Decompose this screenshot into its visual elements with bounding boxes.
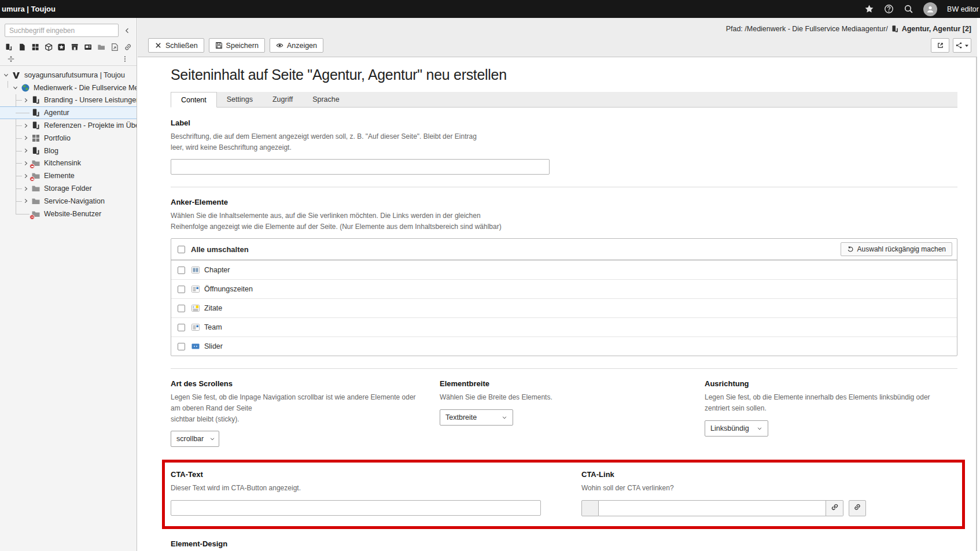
folder-no-access-icon bbox=[31, 209, 40, 219]
tab-bar: Content Settings Zugriff Sprache bbox=[171, 92, 957, 108]
anchor-item-slider: Slider bbox=[171, 336, 957, 356]
tree-item-service-navigation[interactable]: Service-Navigation bbox=[0, 195, 137, 208]
tree-item-elemente[interactable]: Elemente bbox=[0, 169, 137, 182]
field-label-description: Beschriftung, die auf dem Element angeze… bbox=[171, 131, 957, 153]
ce-textpic-icon bbox=[191, 284, 200, 294]
anchor-checkbox[interactable] bbox=[178, 286, 185, 293]
toolbar-file-icon[interactable] bbox=[18, 43, 26, 51]
toolbar-box-icon[interactable] bbox=[45, 43, 53, 51]
chevron-right-icon[interactable] bbox=[22, 172, 30, 180]
tree-item-kitchensink[interactable]: Kitchensink bbox=[0, 157, 137, 170]
bookmark-star-icon[interactable] bbox=[864, 4, 874, 14]
chevron-down-icon bbox=[209, 436, 215, 442]
cta-link-input[interactable] bbox=[599, 500, 826, 516]
anchor-checkbox[interactable] bbox=[178, 324, 185, 331]
user-name[interactable]: BW editor bbox=[947, 5, 979, 13]
main-scrollbar[interactable] bbox=[976, 57, 977, 551]
chevron-right-icon[interactable] bbox=[22, 134, 30, 142]
search-icon[interactable] bbox=[904, 4, 913, 14]
topbar-brand[interactable]: umura | Toujou bbox=[2, 5, 56, 13]
tree-search-input[interactable] bbox=[5, 24, 119, 37]
tab-settings[interactable]: Settings bbox=[217, 92, 263, 107]
share-icon bbox=[955, 42, 963, 49]
link-browser-button[interactable] bbox=[849, 500, 866, 516]
toolbar-shop-icon[interactable] bbox=[71, 43, 79, 51]
field-element-design: Element-Design Standard bbox=[171, 539, 957, 551]
tab-zugriff[interactable]: Zugriff bbox=[263, 92, 303, 107]
alignment-select[interactable]: Linksbündig bbox=[705, 420, 768, 437]
toolbar-media-card-icon[interactable] bbox=[84, 43, 92, 51]
anchor-item-chapter: Chapter bbox=[171, 260, 957, 279]
cta-text-input[interactable] bbox=[171, 500, 541, 516]
element-width-select[interactable]: Textbreite bbox=[440, 409, 513, 426]
anchor-item-zitate: Zitate bbox=[171, 298, 957, 317]
page-icon bbox=[31, 146, 40, 156]
toolbar-star-badge-icon[interactable] bbox=[57, 43, 65, 51]
tree-item-root[interactable]: soyagunsarufutsumura | Toujou bbox=[0, 69, 137, 82]
save-button[interactable]: Speichern bbox=[209, 38, 265, 53]
globe-icon bbox=[21, 83, 30, 93]
toolbar-shortcut-page-icon[interactable] bbox=[110, 43, 119, 51]
chevron-down-icon bbox=[757, 426, 762, 431]
tree-menu-kebab-icon[interactable] bbox=[121, 55, 128, 63]
toolbar-folder-icon[interactable] bbox=[97, 43, 105, 51]
page-icon bbox=[891, 25, 899, 33]
toolbar-link-icon[interactable] bbox=[124, 43, 132, 51]
chevron-right-icon[interactable] bbox=[22, 97, 30, 104]
chevron-down-icon[interactable] bbox=[12, 84, 19, 91]
chevron-down-icon[interactable] bbox=[2, 71, 10, 79]
label-input[interactable] bbox=[171, 159, 550, 175]
help-icon[interactable] bbox=[884, 4, 894, 14]
ce-quote-icon bbox=[191, 304, 200, 313]
chevron-right-icon[interactable] bbox=[22, 147, 30, 154]
toolbar-page-icon[interactable] bbox=[5, 43, 13, 51]
chevron-right-icon[interactable] bbox=[22, 197, 30, 205]
tree-item-site[interactable]: Medienwerk - Die Fullservice Mediaagentu… bbox=[0, 82, 137, 94]
anchor-checkbox[interactable] bbox=[178, 305, 185, 312]
folder-icon bbox=[31, 184, 40, 193]
caret-down-icon bbox=[964, 43, 969, 48]
toggle-all-checkbox[interactable] bbox=[178, 246, 185, 253]
remove-link-button[interactable] bbox=[826, 500, 843, 516]
anchor-panel: Alle umschalten Auswahl rückgängig mache… bbox=[171, 238, 957, 356]
close-button[interactable]: Schließen bbox=[148, 38, 204, 53]
topbar: umura | Toujou BW editor bbox=[0, 0, 980, 18]
chevron-down-icon bbox=[502, 415, 507, 420]
folder-icon bbox=[31, 197, 40, 206]
tree-item-agentur[interactable]: Agentur bbox=[0, 106, 137, 119]
chevron-right-icon[interactable] bbox=[22, 122, 30, 130]
field-label-block: Label Beschriftung, die auf dem Element … bbox=[171, 119, 957, 175]
toolbar-layout-grid-icon[interactable] bbox=[31, 43, 39, 51]
section-divider bbox=[171, 368, 957, 369]
anchor-checkbox[interactable] bbox=[178, 267, 185, 274]
view-button[interactable]: Anzeigen bbox=[270, 38, 323, 53]
toggle-all-label: Alle umschalten bbox=[191, 245, 249, 254]
chevron-right-icon[interactable] bbox=[22, 160, 30, 167]
tab-content[interactable]: Content bbox=[171, 92, 217, 108]
tab-sprache[interactable]: Sprache bbox=[303, 92, 349, 107]
module-area: Pfad: /Medienwerk - Die Fullservice Medi… bbox=[138, 18, 977, 551]
tree-item-website-benutzer[interactable]: Website-Benutzer bbox=[0, 208, 137, 220]
chevron-right-icon[interactable] bbox=[22, 185, 30, 193]
resize-handle-icon[interactable] bbox=[7, 55, 15, 63]
tree-item-referenzen[interactable]: Referenzen - Projekte im Überblick bbox=[0, 119, 137, 132]
typo3-logo-icon bbox=[12, 71, 21, 80]
external-link-icon bbox=[937, 42, 944, 49]
tree-item-branding[interactable]: Branding - Unsere Leistungen bbox=[0, 94, 137, 107]
scroll-type-select[interactable]: scrollbar bbox=[171, 431, 219, 447]
anchor-title: Anker-Elemente bbox=[171, 198, 957, 206]
anchor-checkbox[interactable] bbox=[178, 343, 185, 350]
doc-header: Pfad: /Medienwerk - Die Fullservice Medi… bbox=[138, 18, 977, 57]
anchor-item-team: Team bbox=[171, 317, 957, 336]
tree-item-portfolio[interactable]: Portfolio bbox=[0, 132, 137, 145]
collapse-tree-icon[interactable] bbox=[123, 26, 132, 35]
share-button[interactable] bbox=[953, 38, 971, 53]
avatar[interactable] bbox=[923, 2, 937, 16]
open-in-new-window-button[interactable] bbox=[931, 38, 949, 53]
tree-item-storage-folder[interactable]: Storage Folder bbox=[0, 182, 137, 195]
ce-slider-icon bbox=[191, 342, 200, 351]
page-icon bbox=[31, 95, 40, 105]
undo-selection-button[interactable]: Auswahl rückgängig machen bbox=[841, 242, 952, 256]
no-access-badge bbox=[30, 176, 35, 182]
tree-item-blog[interactable]: Blog bbox=[0, 145, 137, 157]
